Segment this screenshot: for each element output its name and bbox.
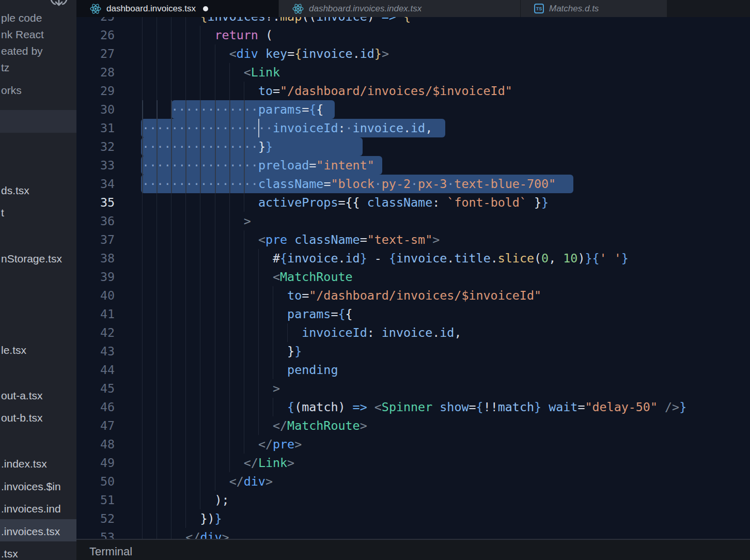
code-text: <Link [142,63,280,82]
code-line[interactable]: 26 return ( [76,26,750,44]
sidebar-file-item[interactable]: .invoices.$in [1,480,76,493]
code-line[interactable]: 42 invoiceId: invoice.id, [76,323,750,342]
code-line[interactable]: 44 pending [76,361,750,379]
code-line[interactable]: 51 ); [76,491,750,509]
line-number: 42 [76,323,115,342]
line-number: 33 [76,156,115,175]
project-info-text: nk React [1,28,76,41]
sidebar-file-item[interactable]: .invoices.tsx [1,525,76,538]
code-line[interactable]: 50 </div> [76,472,750,491]
code-line[interactable]: 28 <Link [76,63,750,82]
code-line[interactable]: 30 ············ params={{ [76,100,750,119]
sidebar-file-item[interactable]: .tsx [1,547,76,560]
line-number: 32 [76,137,115,156]
modified-dot [203,6,208,11]
line-number: 49 [76,454,115,472]
download-icon[interactable] [49,0,69,8]
tab-matches-d-ts[interactable]: TSMatches.d.ts [521,0,667,17]
tab-label: Matches.d.ts [549,4,599,14]
sidebar-file-item[interactable]: t [1,206,76,220]
line-number: 34 [76,175,115,193]
code-line[interactable]: 41 params={{ [76,305,750,323]
code-text: <pre className="text-sm"> [142,230,440,249]
code-text: }} [142,137,273,156]
code-text: preload="intent" [142,156,374,175]
code-text: params={{ [142,100,323,119]
sidebar[interactable]: ple codenk Reacteated bytzorks ds.tsxtnS… [0,0,76,560]
sidebar-file-item[interactable]: ds.tsx [1,184,76,197]
tab-bar-filler [667,0,750,17]
react-icon [90,3,101,14]
project-info-text: tz [1,61,76,74]
line-number: 41 [76,305,115,323]
code-line[interactable]: 48 </pre> [76,435,750,454]
code-text: to="/dashboard/invoices/$invoiceId" [142,286,541,305]
code-line[interactable]: 35 activeProps={{ className: `font-bold`… [76,193,750,212]
code-line[interactable]: 53 </div> [76,528,750,539]
line-number: 28 [76,63,115,82]
project-info-text: eated by [1,44,76,58]
line-number: 36 [76,212,115,230]
code-line[interactable]: 43 }} [76,342,750,361]
code-line[interactable]: 33················ preload="intent" [76,156,750,175]
line-number: 45 [76,379,115,398]
code-line[interactable]: 32················ }} [76,137,750,156]
code-line[interactable]: 37 <pre className="text-sm"> [76,230,750,249]
code-line[interactable]: 29 to="/dashboard/invoices/$invoiceId" [76,82,750,100]
code-line[interactable]: 36 > [76,212,750,230]
code-line[interactable]: 40 to="/dashboard/invoices/$invoiceId" [76,286,750,305]
line-number: 29 [76,82,115,100]
code-text: </pre> [142,435,302,454]
code-text: </MatchRoute> [142,416,367,435]
tab-label: dashboard.invoices.tsx [106,4,196,14]
sidebar-file-item[interactable]: out-b.tsx [1,411,76,425]
terminal-panel-title[interactable]: Terminal [89,545,132,558]
code-text: invoiceId: invoice.id, [142,119,432,137]
code-text: className="block py-2 px-3 text-blue-700… [142,175,556,193]
code-line[interactable]: 52 })} [76,509,750,528]
tab-dashboard-invoices-tsx[interactable]: dashboard.invoices.tsx [76,0,279,17]
code-text: invoiceId: invoice.id, [142,323,461,342]
line-number: 48 [76,435,115,454]
code-text: {(match) => <Spinner show={!!match} wait… [142,398,686,416]
line-number: 40 [76,286,115,305]
line-number: 51 [76,491,115,509]
tab-label: dashboard.invoices.index.tsx [309,4,421,14]
terminal-panel[interactable]: Terminal [76,539,750,560]
code-text: <div key={invoice.id}> [142,44,389,63]
sidebar-file-item[interactable]: nStorage.tsx [1,252,76,266]
sidebar-file-item[interactable]: out-a.tsx [1,389,76,402]
code-line[interactable]: 31·················· · invoiceId: invoic… [76,119,750,137]
line-number: 30 [76,100,115,119]
sidebar-file-item[interactable]: .index.tsx [1,457,76,471]
typescript-icon: TS [534,4,544,13]
line-number: 52 [76,509,115,528]
code-line[interactable]: 34················ · · · className="bloc… [76,175,750,193]
code-line[interactable]: 38 #{invoice.id} - {invoice.title.slice(… [76,249,750,268]
code-editor[interactable]: 25 {invoices?.map((invoice) => {26 retur… [76,0,750,539]
code-text: })} [142,509,222,528]
sidebar-file-item[interactable]: .invoices.ind [1,502,76,516]
sidebar-file-item[interactable]: le.tsx [1,344,76,357]
line-number: 37 [76,230,115,249]
code-line[interactable]: 27 <div key={invoice.id}> [76,44,750,63]
code-text: params={{ [142,305,353,323]
code-text: }} [142,342,302,361]
code-line[interactable]: 47 </MatchRoute> [76,416,750,435]
app-window: ple codenk Reacteated bytzorks ds.tsxtnS… [0,0,750,560]
code-text: </Link> [142,454,294,472]
line-number: 39 [76,268,115,286]
line-number: 35 [76,193,115,212]
code-line[interactable]: 39 <MatchRoute [76,268,750,286]
code-line[interactable]: 46 {(match) => <Spinner show={!!match} w… [76,398,750,416]
line-number: 26 [76,26,115,44]
project-info-text: orks [1,84,76,97]
line-number: 43 [76,342,115,361]
line-number: 47 [76,416,115,435]
code-line[interactable]: 49 </Link> [76,454,750,472]
tab-dashboard-invoices-index-tsx[interactable]: dashboard.invoices.index.tsx [279,0,521,17]
line-number: 53 [76,528,115,539]
line-number: 50 [76,472,115,491]
code-line[interactable]: 45 > [76,379,750,398]
line-number: 31 [76,119,115,137]
